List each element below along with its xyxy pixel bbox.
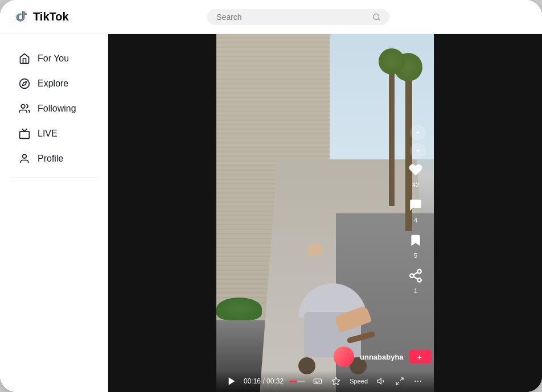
svg-marker-12 [229, 377, 235, 385]
tiktok-logo-icon [14, 9, 30, 25]
video-content: 42 4 [108, 34, 542, 392]
svg-point-0 [373, 14, 379, 19]
sidebar: For You Explore [0, 34, 108, 392]
bookmark-action[interactable]: 5 [405, 230, 426, 258]
sidebar-label-following: Following [38, 104, 76, 114]
comment-action[interactable]: 4 [405, 195, 426, 223]
sidebar-label-live: LIVE [38, 129, 58, 139]
main-content: For You Explore [0, 34, 542, 392]
users-icon [18, 102, 31, 115]
svg-line-11 [413, 272, 417, 274]
svg-marker-3 [22, 81, 26, 85]
search-bar[interactable] [207, 9, 389, 25]
logo-text: TikTok [33, 10, 69, 23]
share-count: 1 [414, 287, 417, 294]
svg-line-20 [396, 382, 399, 385]
video-center[interactable]: 42 4 [216, 34, 434, 392]
share-icon [405, 265, 426, 286]
svg-line-1 [378, 18, 380, 20]
sidebar-item-for-you[interactable]: For You [5, 47, 103, 71]
captions-button[interactable] [311, 376, 325, 387]
svg-point-2 [20, 79, 30, 89]
video-nav-arrows [410, 125, 426, 159]
like-count: 42 [412, 181, 419, 188]
search-icon [372, 13, 381, 22]
time-total: 00:32 [266, 377, 284, 385]
svg-point-8 [410, 274, 414, 278]
speed-label: Speed [350, 378, 368, 385]
sidebar-label-for-you: For You [38, 53, 69, 64]
video-blur-left [108, 34, 216, 392]
follow-button[interactable] [409, 350, 432, 364]
svg-point-22 [417, 381, 418, 382]
svg-marker-18 [377, 378, 381, 383]
svg-point-4 [21, 105, 25, 109]
progress-bar[interactable] [289, 381, 305, 382]
svg-rect-13 [314, 379, 322, 383]
side-actions: 42 4 [405, 159, 426, 294]
like-icon [405, 159, 426, 180]
like-action[interactable]: 42 [405, 159, 426, 188]
bottom-user-bar: unnababyha [325, 346, 400, 367]
fullscreen-button[interactable] [393, 376, 406, 387]
svg-line-10 [413, 277, 417, 279]
header: TikTok [0, 0, 542, 34]
scene-shrub [216, 298, 262, 320]
progress-fill [289, 381, 297, 382]
comment-icon [405, 195, 426, 215]
sidebar-item-profile[interactable]: Profile [5, 147, 103, 171]
more-options-button[interactable] [411, 376, 425, 387]
username-label: unnababyha [360, 353, 404, 361]
sidebar-label-profile: Profile [38, 154, 63, 164]
sidebar-item-following[interactable]: Following [5, 97, 103, 121]
speed-button[interactable]: Speed [347, 377, 370, 386]
svg-line-19 [400, 378, 403, 381]
svg-rect-5 [20, 131, 30, 139]
bookmark-count: 5 [414, 251, 417, 258]
video-time: 00:16 / 00:32 [244, 377, 284, 385]
comment-count: 4 [414, 216, 417, 223]
scene-baby [307, 244, 323, 256]
sidebar-item-live[interactable]: LIVE [5, 122, 103, 146]
share-action[interactable]: 1 [405, 265, 426, 294]
svg-point-21 [414, 381, 416, 382]
video-controls: 00:16 / 00:32 [216, 370, 434, 392]
svg-marker-17 [332, 377, 340, 385]
svg-point-7 [417, 269, 421, 273]
sidebar-divider [9, 178, 98, 178]
logo[interactable]: TikTok [14, 9, 69, 25]
nav-down-arrow[interactable] [410, 143, 426, 159]
home-icon [18, 52, 31, 65]
sidebar-item-explore[interactable]: Explore [5, 72, 103, 96]
svg-point-23 [420, 381, 421, 382]
enhance-button[interactable] [329, 376, 343, 387]
device-frame: TikTok For You [0, 0, 542, 392]
svg-point-9 [417, 278, 421, 282]
user-avatar[interactable] [334, 346, 354, 367]
video-area: 42 4 [108, 34, 542, 392]
live-icon [18, 127, 31, 140]
compass-icon [18, 77, 31, 90]
video-blur-right [434, 34, 542, 392]
person-icon [18, 152, 31, 165]
play-button[interactable] [225, 375, 238, 387]
scene-tree2 [389, 63, 395, 206]
time-current: 00:16 [244, 377, 261, 385]
controls-right: Speed [311, 376, 425, 387]
video-wrapper: 42 4 [108, 34, 542, 392]
nav-up-arrow[interactable] [410, 125, 426, 141]
video-scene [216, 34, 434, 392]
search-input[interactable] [216, 13, 367, 22]
sidebar-label-explore: Explore [38, 79, 68, 89]
bookmark-icon [405, 230, 426, 250]
svg-point-6 [23, 155, 27, 159]
volume-button[interactable] [375, 376, 388, 387]
